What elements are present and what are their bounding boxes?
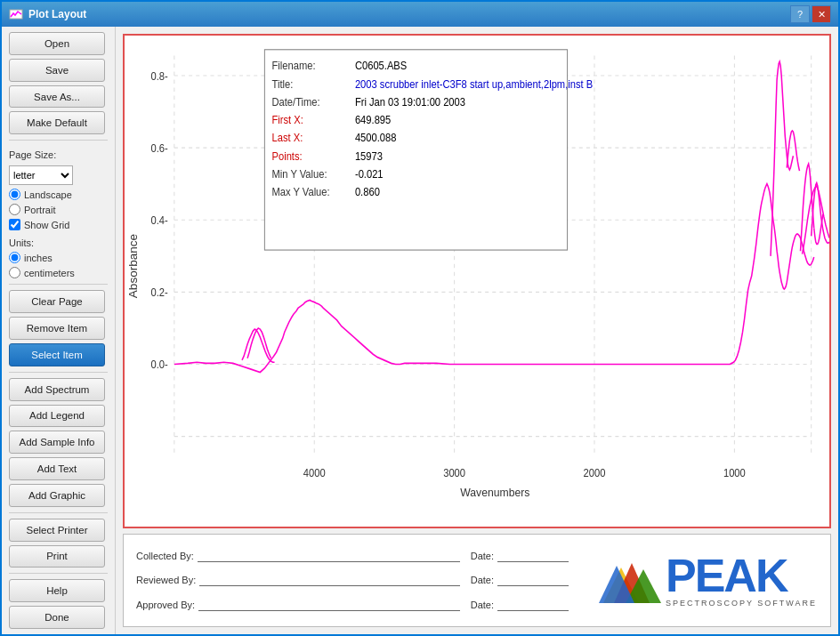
date-label-2: Date: <box>471 575 494 585</box>
landscape-radio[interactable] <box>9 189 20 200</box>
centimeters-radio[interactable] <box>9 267 20 278</box>
page-size-select[interactable]: letter legal A4 <box>9 165 73 185</box>
peak-subtext: SPECTROSCOPY SOFTWARE <box>666 599 817 609</box>
approved-row: Approved By: Date: <box>136 599 569 611</box>
show-grid-checkbox[interactable] <box>9 219 20 230</box>
select-printer-button[interactable]: Select Printer <box>9 519 105 542</box>
collected-line <box>198 550 460 562</box>
svg-text:2000: 2000 <box>584 466 606 479</box>
reviewed-row: Reviewed By: Date: <box>136 574 569 586</box>
help-title-button[interactable]: ? <box>790 5 810 23</box>
clear-page-button[interactable]: Clear Page <box>9 290 105 313</box>
svg-text:1000: 1000 <box>723 466 746 479</box>
plot-container[interactable]: 0.8- 0.6- 0.4- 0.2- 0.0- 4000 3000 2000 … <box>123 34 831 528</box>
add-graphic-button[interactable]: Add Graphic <box>9 484 105 507</box>
show-grid-row: Show Grid <box>9 219 108 230</box>
reviewed-line <box>199 574 459 586</box>
portrait-radio[interactable] <box>9 204 20 215</box>
svg-text:First X:: First X: <box>272 114 303 126</box>
signature-area: Collected By: Date: Reviewed By: Date: A… <box>124 535 581 626</box>
remove-item-button[interactable]: Remove Item <box>9 317 105 340</box>
date-line-3 <box>497 599 569 611</box>
svg-text:4500.088: 4500.088 <box>355 132 397 144</box>
inches-radio[interactable] <box>9 252 20 263</box>
main-area: 0.8- 0.6- 0.4- 0.2- 0.0- 4000 3000 2000 … <box>116 27 838 634</box>
portrait-row: Portrait <box>9 204 108 215</box>
add-sample-info-button[interactable]: Add Sample Info <box>9 431 105 454</box>
close-title-button[interactable]: ✕ <box>812 5 831 23</box>
add-text-button[interactable]: Add Text <box>9 457 105 480</box>
title-bar-controls: ? ✕ <box>790 5 831 23</box>
page-size-label: Page Size: <box>9 149 108 160</box>
separator-4 <box>9 512 108 513</box>
app-icon <box>9 7 23 21</box>
collected-label: Collected By: <box>136 551 194 561</box>
svg-text:0.2-: 0.2- <box>151 286 168 298</box>
date-label-1: Date: <box>471 551 494 561</box>
date-label-3: Date: <box>471 600 494 610</box>
svg-text:-0.021: -0.021 <box>355 167 384 180</box>
main-window: Plot Layout ? ✕ Open Save Save As... Mak… <box>0 0 840 636</box>
logo-area: PEAK SPECTROSCOPY SOFTWARE <box>581 535 830 626</box>
page-size-row: letter legal A4 <box>9 165 108 185</box>
units-label: Units: <box>9 237 108 248</box>
svg-text:Wavenumbers: Wavenumbers <box>460 486 529 500</box>
svg-text:Max Y Value:: Max Y Value: <box>272 186 330 198</box>
select-item-button[interactable]: Select Item <box>9 343 105 366</box>
svg-text:Date/Time:: Date/Time: <box>272 95 320 108</box>
content-area: Open Save Save As... Make Default Page S… <box>2 27 838 634</box>
svg-text:0.8-: 0.8- <box>151 69 168 82</box>
save-button[interactable]: Save <box>9 59 105 82</box>
svg-text:3000: 3000 <box>443 466 465 479</box>
svg-text:C0605.ABS: C0605.ABS <box>355 60 407 72</box>
svg-text:Absorbance: Absorbance <box>127 234 140 298</box>
separator-5 <box>9 573 108 574</box>
peak-logo-triangles <box>594 550 666 612</box>
make-default-button[interactable]: Make Default <box>9 111 105 134</box>
svg-text:4000: 4000 <box>303 466 326 479</box>
help-button[interactable]: Help <box>9 579 105 602</box>
title-bar-left: Plot Layout <box>9 7 86 21</box>
svg-text:Min Y Value:: Min Y Value: <box>272 167 327 180</box>
chart-area: 0.8- 0.6- 0.4- 0.2- 0.0- 4000 3000 2000 … <box>125 36 829 527</box>
window-title: Plot Layout <box>28 8 86 20</box>
svg-text:649.895: 649.895 <box>355 114 392 126</box>
date-line-1 <box>497 550 569 562</box>
peak-wordmark: PEAK <box>666 552 817 599</box>
add-spectrum-button[interactable]: Add Spectrum <box>9 378 105 401</box>
save-as-button[interactable]: Save As... <box>9 85 105 109</box>
inches-row: inches <box>9 252 108 263</box>
peak-logo: PEAK SPECTROSCOPY SOFTWARE <box>594 550 817 612</box>
date-line-2 <box>497 574 569 586</box>
done-button[interactable]: Done <box>9 606 105 629</box>
open-button[interactable]: Open <box>9 32 105 55</box>
svg-text:Points:: Points: <box>272 149 303 162</box>
svg-text:2003 scrubber inlet-C3F8 start: 2003 scrubber inlet-C3F8 start up,ambien… <box>355 77 593 90</box>
separator-2 <box>9 284 108 285</box>
landscape-label: Landscape <box>24 189 72 200</box>
approved-line <box>198 599 460 611</box>
title-bar: Plot Layout ? ✕ <box>2 2 838 27</box>
svg-text:0.0-: 0.0- <box>151 358 168 370</box>
svg-text:0.860: 0.860 <box>355 186 380 198</box>
portrait-label: Portrait <box>24 205 55 215</box>
landscape-row: Landscape <box>9 189 108 200</box>
separator-1 <box>9 140 108 141</box>
sidebar: Open Save Save As... Make Default Page S… <box>2 27 116 634</box>
chart-svg: 0.8- 0.6- 0.4- 0.2- 0.0- 4000 3000 2000 … <box>125 36 829 527</box>
centimeters-row: centimeters <box>9 267 108 278</box>
show-grid-label: Show Grid <box>24 220 69 230</box>
peak-text-group: PEAK SPECTROSCOPY SOFTWARE <box>666 552 817 609</box>
svg-text:Fri Jan 03 19:01:00 2003: Fri Jan 03 19:01:00 2003 <box>355 95 465 108</box>
centimeters-label: centimeters <box>24 268 75 278</box>
print-button[interactable]: Print <box>9 545 105 568</box>
svg-text:Last X:: Last X: <box>272 132 303 144</box>
svg-text:Filename:: Filename: <box>272 60 316 72</box>
svg-text:15973: 15973 <box>355 149 383 162</box>
collected-row: Collected By: Date: <box>136 550 569 562</box>
approved-label: Approved By: <box>136 600 195 610</box>
svg-text:0.6-: 0.6- <box>151 141 168 154</box>
svg-text:0.4-: 0.4- <box>151 213 168 226</box>
add-legend-button[interactable]: Add Legend <box>9 405 105 428</box>
svg-text:Title:: Title: <box>272 77 294 90</box>
